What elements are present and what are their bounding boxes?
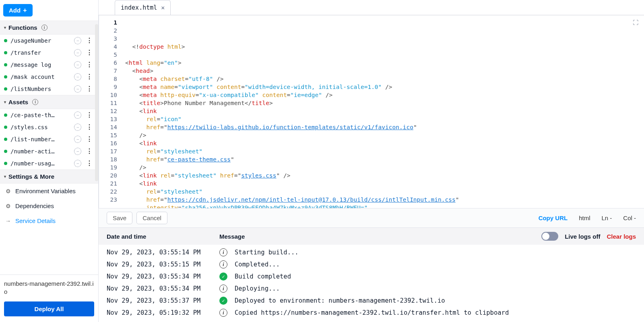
code-line[interactable]: <meta charset="utf-8" /> xyxy=(125,75,640,83)
code-line[interactable]: /> xyxy=(125,131,640,139)
kebab-icon[interactable]: ⋮ xyxy=(85,136,94,142)
add-button[interactable]: Add + xyxy=(3,4,33,17)
clear-logs-link[interactable]: Clear logs xyxy=(607,233,636,240)
code-line[interactable]: href="https://twilio-labs.github.io/func… xyxy=(125,123,640,131)
info-icon[interactable]: i xyxy=(41,25,47,31)
settings-item[interactable]: →Service Details xyxy=(0,213,98,228)
function-item[interactable]: /listNumbers···⋮ xyxy=(0,83,98,95)
log-time: Nov 29, 2023, 03:55:34 PM xyxy=(107,273,212,280)
visibility-icon[interactable]: ··· xyxy=(74,160,81,167)
kebab-icon[interactable]: ⋮ xyxy=(85,37,94,44)
save-button[interactable]: Save xyxy=(107,212,132,224)
code-line[interactable]: <link xyxy=(125,180,640,188)
visibility-icon[interactable]: ··· xyxy=(74,148,81,155)
kebab-icon[interactable]: ⋮ xyxy=(85,124,94,130)
file-name: /ce-paste-th… xyxy=(10,112,71,118)
close-icon[interactable]: ✕ xyxy=(161,4,165,11)
log-message: Build completed xyxy=(235,273,291,280)
sidebar-scrollbar[interactable] xyxy=(95,24,98,181)
tab-label: index.html xyxy=(121,4,157,11)
status-dot-icon xyxy=(4,126,7,129)
caret-down-icon: ▾ xyxy=(4,25,6,30)
log-time: Nov 29, 2023, 05:19:32 PM xyxy=(107,309,212,316)
log-row: Nov 29, 2023, 03:55:14 PMiStarting build… xyxy=(107,246,636,258)
kebab-icon[interactable]: ⋮ xyxy=(85,112,94,118)
line-number: 18 xyxy=(99,155,117,163)
code-line[interactable]: rel="stylesheet" xyxy=(125,188,640,196)
code-line[interactable]: <link xyxy=(125,139,640,147)
line-number: 9 xyxy=(99,83,117,91)
asset-item[interactable]: /styles.css···⋮ xyxy=(0,121,98,133)
code-line[interactable]: integrity="sha256-xpVuhxDPR39wFEQDha4W7k… xyxy=(125,204,640,208)
copy-url-link[interactable]: Copy URL xyxy=(539,215,568,221)
asset-item[interactable]: /list-number…···⋮ xyxy=(0,133,98,145)
line-number: 19 xyxy=(99,163,117,171)
visibility-icon[interactable]: ··· xyxy=(74,61,81,68)
line-number: 14 xyxy=(99,123,117,131)
code-line[interactable] xyxy=(125,51,640,59)
settings-title: Settings & More xyxy=(8,173,54,180)
asset-item[interactable]: /ce-paste-th…···⋮ xyxy=(0,109,98,121)
editor-code[interactable]: <!doctype html><html lang="en"> <head> <… xyxy=(121,15,644,208)
kebab-icon[interactable]: ⋮ xyxy=(85,160,94,167)
code-line[interactable]: <link rel="stylesheet" href="styles.css"… xyxy=(125,171,640,180)
info-icon: i xyxy=(219,309,227,317)
function-item[interactable]: /mask_account···⋮ xyxy=(0,71,98,83)
logs-header: Date and time Message Live logs off Clea… xyxy=(99,228,644,245)
code-line[interactable]: <html lang="en"> xyxy=(125,59,640,67)
asset-item[interactable]: /number-acti…···⋮ xyxy=(0,145,98,157)
function-item[interactable]: /message_log···⋮ xyxy=(0,59,98,71)
kebab-icon[interactable]: ⋮ xyxy=(85,62,94,68)
code-line[interactable]: <!doctype html> xyxy=(125,43,640,51)
kebab-icon[interactable]: ⋮ xyxy=(85,74,94,80)
code-line[interactable]: /> xyxy=(125,163,640,171)
kebab-icon[interactable]: ⋮ xyxy=(85,148,94,155)
file-name: /list-number… xyxy=(10,136,71,142)
file-name: /number-acti… xyxy=(10,148,71,155)
status-dot-icon xyxy=(4,75,7,78)
code-line[interactable]: <title>Phone Number Management</title> xyxy=(125,99,640,107)
line-number: 13 xyxy=(99,115,117,123)
current-line-highlight xyxy=(121,19,644,27)
live-logs-toggle[interactable] xyxy=(541,232,558,241)
visibility-icon[interactable]: ··· xyxy=(74,85,81,93)
visibility-icon[interactable]: ··· xyxy=(74,124,81,131)
assets-section-header[interactable]: ▾ Assets i xyxy=(0,95,98,109)
filetype-label: html xyxy=(579,215,590,221)
visibility-icon[interactable]: ··· xyxy=(74,49,81,56)
code-line[interactable]: rel="icon" xyxy=(125,115,640,123)
logs-col-message: Message xyxy=(219,233,541,240)
settings-item[interactable]: ⚙Environment Variables xyxy=(0,184,98,198)
function-item[interactable]: /usageNumber···⋮ xyxy=(0,35,98,47)
deploy-all-button[interactable]: Deploy All xyxy=(4,301,94,316)
code-line[interactable]: href="https://cdn.jsdelivr.net/npm/intl-… xyxy=(125,196,640,204)
code-line[interactable]: rel="stylesheet" xyxy=(125,147,640,155)
functions-section-header[interactable]: ▾ Functions i xyxy=(0,21,98,35)
visibility-icon[interactable]: ··· xyxy=(74,73,81,80)
code-line[interactable]: <link xyxy=(125,107,640,115)
code-line[interactable]: <meta name="viewport" content="width=dev… xyxy=(125,83,640,91)
code-line[interactable]: href="ce-paste-theme.css" xyxy=(125,155,640,163)
asset-item[interactable]: /number-usag…···⋮ xyxy=(0,157,98,169)
visibility-icon[interactable]: ··· xyxy=(74,37,81,44)
settings-section-header[interactable]: ▾ Settings & More xyxy=(0,169,98,184)
cancel-button[interactable]: Cancel xyxy=(136,212,167,224)
editor[interactable]: 1234567891011121314151617181920212223 <!… xyxy=(99,15,644,208)
info-icon[interactable]: i xyxy=(32,99,38,105)
status-dot-icon xyxy=(4,51,7,54)
tab-index-html[interactable]: index.html ✕ xyxy=(115,0,171,15)
code-line[interactable]: <meta http-equiv="x-ua-compatible" conte… xyxy=(125,91,640,99)
kebab-icon[interactable]: ⋮ xyxy=(85,50,94,56)
log-row: Nov 29, 2023, 05:19:32 PMiCopied https:/… xyxy=(107,307,636,319)
code-line[interactable]: <head> xyxy=(125,67,640,75)
status-dot-icon xyxy=(4,114,7,117)
fullscreen-icon[interactable]: ⛶ xyxy=(633,19,638,26)
editor-gutter: 1234567891011121314151617181920212223 xyxy=(99,15,121,208)
add-label: Add xyxy=(9,7,21,14)
visibility-icon[interactable]: ··· xyxy=(74,136,81,143)
settings-item[interactable]: ⚙Dependencies xyxy=(0,198,98,213)
settings-item-label: Service Details xyxy=(15,217,56,224)
visibility-icon[interactable]: ··· xyxy=(74,111,81,119)
kebab-icon[interactable]: ⋮ xyxy=(85,86,94,92)
function-item[interactable]: /transfer···⋮ xyxy=(0,47,98,59)
